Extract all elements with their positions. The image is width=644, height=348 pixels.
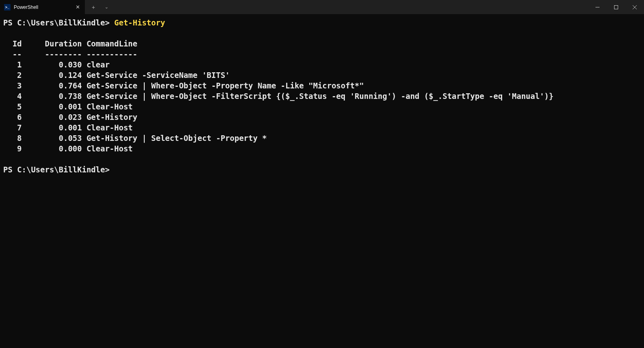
table-row: 4 0.738 Get-Service | Where-Object -Filt… [3,92,553,101]
tab-dropdown-button[interactable]: ⌄ [100,0,112,14]
titlebar: >_ PowerShell ✕ + ⌄ [0,0,644,14]
titlebar-spacer [112,0,588,14]
table-row: 3 0.764 Get-Service | Where-Object -Prop… [3,81,364,90]
table-row: 7 0.001 Clear-Host [3,123,133,132]
prompt-line-2: PS C:\Users\BillKindle> [3,165,110,174]
table-separator: -- -------- ----------- [3,50,137,59]
maximize-button[interactable] [607,0,625,14]
window-controls [588,0,644,14]
prompt-line-1: PS C:\Users\BillKindle> [3,18,114,27]
table-row: 8 0.053 Get-History | Select-Object -Pro… [3,134,267,143]
tab-powershell[interactable]: >_ PowerShell ✕ [0,0,85,14]
powershell-icon: >_ [4,4,11,10]
close-window-button[interactable] [625,0,644,14]
table-row: 5 0.001 Clear-Host [3,102,133,111]
command-entered: Get-History [114,18,165,27]
table-row: 1 0.030 clear [3,60,110,69]
table-row: 9 0.000 Clear-Host [3,144,133,153]
table-header: Id Duration CommandLine [3,39,137,48]
table-row: 2 0.124 Get-Service -ServiceName 'BITS' [3,71,230,80]
new-tab-button[interactable]: + [87,0,99,14]
close-tab-icon[interactable]: ✕ [74,4,81,10]
table-row: 6 0.023 Get-History [3,113,137,122]
terminal-output[interactable]: PS C:\Users\BillKindle> Get-History Id D… [0,14,644,178]
tab-title: PowerShell [14,4,71,10]
tab-actions: + ⌄ [85,0,112,14]
minimize-button[interactable] [588,0,607,14]
svg-rect-1 [614,5,618,9]
cursor[interactable] [110,165,114,174]
